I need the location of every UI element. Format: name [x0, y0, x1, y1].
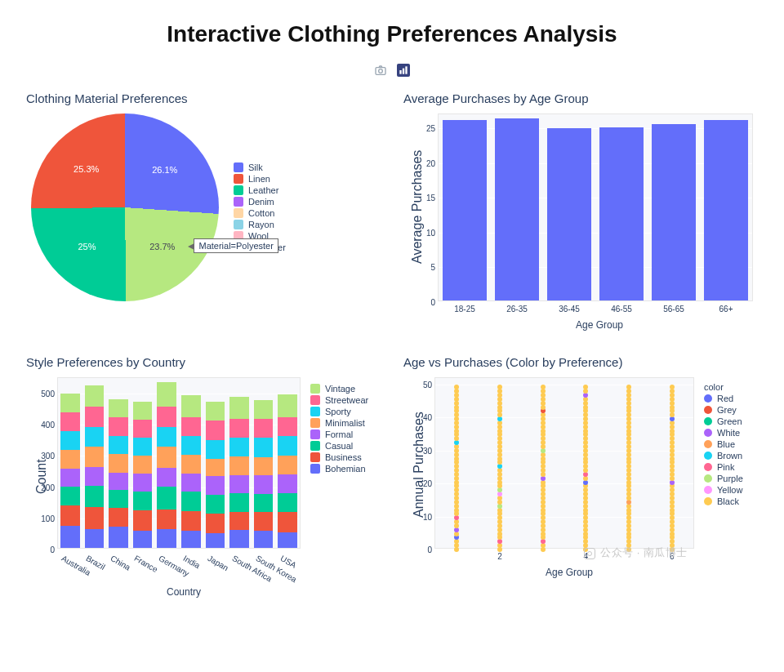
stacked-bar[interactable]: [157, 382, 176, 548]
legend-item[interactable]: Formal: [310, 429, 384, 439]
legend-swatch: [310, 452, 320, 462]
stacked-bar[interactable]: [206, 402, 225, 548]
legend-item[interactable]: Grey: [704, 405, 761, 415]
legend-item[interactable]: Cotton: [234, 208, 286, 218]
legend-item[interactable]: Business: [310, 452, 384, 462]
bar[interactable]: [652, 124, 697, 300]
stacked-bar[interactable]: [278, 394, 297, 548]
legend-item[interactable]: Red: [704, 394, 761, 403]
x-tick: France: [133, 554, 159, 574]
scatter-chart[interactable]: 01020304050246: [434, 377, 694, 549]
panel-style-stacked: Style Preferences by Country 01002003004…: [15, 345, 392, 612]
pie-slice-label: 25%: [78, 242, 96, 251]
legend-item[interactable]: Leather: [234, 185, 286, 195]
stacked-bar[interactable]: [229, 397, 249, 548]
legend-swatch: [704, 429, 712, 437]
legend-item[interactable]: Silk: [234, 162, 286, 172]
panel-title-scatter: Age vs Purchases (Color by Preference): [403, 355, 761, 369]
legend-swatch: [234, 185, 243, 195]
stacked-segment: [157, 487, 176, 510]
stacked-segment: [85, 385, 105, 407]
camera-icon[interactable]: [374, 64, 387, 77]
legend-item[interactable]: Yellow: [704, 485, 761, 495]
legend-label: Red: [717, 394, 733, 403]
legend-label: Formal: [325, 429, 353, 439]
stacked-segment: [157, 407, 176, 426]
stacked-segment: [133, 474, 153, 492]
legend-item[interactable]: Bohemian: [310, 464, 384, 474]
panel-title-bar: Average Purchases by Age Group: [403, 91, 761, 105]
stacked-segment: [133, 456, 153, 474]
legend-swatch: [704, 417, 712, 425]
y-tick: 500: [37, 389, 55, 398]
stacked-segment: [181, 455, 201, 474]
legend-item[interactable]: Vintage: [310, 384, 384, 394]
scatter-point: [670, 385, 675, 389]
stacked-segment: [85, 467, 105, 487]
legend-item[interactable]: Purple: [704, 474, 761, 483]
stacked-legend: VintageStreetwearSportyMinimalistFormalC…: [310, 382, 384, 549]
y-tick: 0: [414, 545, 432, 554]
y-tick: 0: [417, 298, 435, 307]
stacked-bar[interactable]: [60, 394, 80, 548]
legend-swatch: [234, 208, 243, 218]
x-tick: 56-65: [663, 305, 684, 314]
stacked-bar[interactable]: [254, 400, 274, 548]
stacked-bar[interactable]: [109, 399, 128, 548]
legend-item[interactable]: Denim: [234, 197, 286, 207]
stacked-segment: [133, 420, 153, 438]
legend-item[interactable]: Sporty: [310, 407, 384, 416]
legend-item[interactable]: Minimalist: [310, 418, 384, 428]
panel-title-stacked: Style Preferences by Country: [26, 355, 384, 369]
scatter-point: [626, 385, 631, 389]
bar[interactable]: [547, 128, 592, 300]
legend-label: Cotton: [248, 208, 274, 218]
page-title: Interactive Clothing Preferences Analysi…: [15, 21, 769, 47]
legend-item[interactable]: Pink: [704, 462, 761, 472]
barchart-icon[interactable]: [397, 64, 410, 77]
bar[interactable]: [704, 120, 749, 300]
stacked-segment: [60, 505, 80, 526]
stacked-segment: [60, 431, 80, 450]
stacked-segment: [109, 508, 128, 527]
legend-item[interactable]: Streetwear: [310, 395, 384, 405]
bar-chart[interactable]: 051015202518-2526-3536-4546-5556-6566+: [438, 113, 753, 301]
stacked-bar[interactable]: [133, 402, 153, 548]
stacked-bar-chart[interactable]: 0100200300400500: [57, 377, 301, 549]
legend-swatch: [310, 464, 320, 474]
stacked-segment: [157, 529, 176, 548]
legend-label: Vintage: [325, 384, 355, 394]
y-tick: 25: [417, 124, 435, 133]
scatter-legend-title: color: [704, 382, 761, 392]
stacked-segment: [278, 532, 297, 548]
stacked-segment: [85, 427, 105, 447]
legend-item[interactable]: Green: [704, 416, 761, 426]
bar[interactable]: [443, 120, 488, 300]
legend-item[interactable]: Rayon: [234, 220, 286, 229]
panel-avg-purchase-bar: Average Purchases by Age Group 051015202…: [392, 82, 769, 345]
stacked-segment: [181, 417, 201, 436]
legend-item[interactable]: Linen: [234, 174, 286, 184]
bar[interactable]: [599, 127, 644, 300]
x-tick: 2: [497, 552, 502, 561]
stacked-segment: [109, 436, 128, 454]
legend-item[interactable]: Black: [704, 496, 761, 506]
stacked-bar[interactable]: [181, 395, 201, 548]
legend-item[interactable]: White: [704, 428, 761, 438]
legend-item[interactable]: Brown: [704, 451, 761, 461]
legend-label: Linen: [248, 174, 270, 184]
pie-chart[interactable]: 26.1%23.7%25%25.3%Material=Polyester: [31, 113, 219, 301]
legend-item[interactable]: Casual: [310, 441, 384, 451]
stacked-segment: [206, 533, 225, 548]
legend-swatch: [310, 418, 320, 428]
stacked-segment: [254, 438, 274, 457]
stacked-segment: [206, 440, 225, 459]
stacked-segment: [181, 395, 201, 417]
stacked-bar[interactable]: [85, 385, 105, 548]
legend-label: Rayon: [248, 220, 274, 229]
stacked-segment: [254, 512, 274, 531]
bar[interactable]: [495, 118, 540, 300]
bar-xlabel: Age Group: [438, 319, 761, 331]
x-tick: 46-55: [611, 305, 632, 314]
legend-item[interactable]: Blue: [704, 439, 761, 449]
